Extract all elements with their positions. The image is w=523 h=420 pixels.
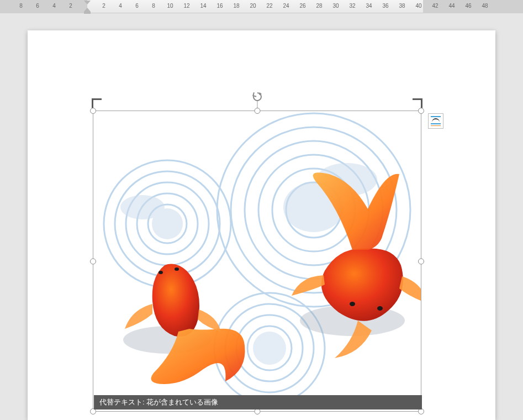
ruler-tick: 28	[316, 3, 322, 9]
ruler-tick: 8	[19, 3, 23, 9]
ruler-tick: 30	[332, 3, 339, 9]
ruler-tick: 16	[216, 3, 223, 9]
ruler-tick: 4	[119, 3, 122, 9]
ruler-tick: 32	[349, 3, 355, 9]
ruler-tick: 6	[135, 3, 139, 9]
ruler-tick: 2	[102, 3, 105, 9]
ruler-tick: 48	[482, 3, 488, 9]
ruler-tick: 10	[167, 3, 173, 9]
ruler-tick: 36	[382, 3, 388, 9]
ruler-tick: 12	[183, 3, 189, 9]
resize-handle-n[interactable]	[254, 108, 260, 114]
ruler-tick: 18	[233, 3, 239, 9]
crop-mark-top-right	[413, 98, 422, 108]
layout-options-button[interactable]	[428, 113, 443, 129]
ruler-tick: 8	[152, 3, 155, 9]
ruler-tick: 2	[69, 3, 72, 9]
ruler-tick: 44	[448, 3, 455, 9]
resize-handle-e[interactable]	[418, 258, 424, 264]
rotate-icon	[252, 91, 263, 102]
horizontal-ruler[interactable]: 8642246810121416182022242628303234363840…	[0, 0, 523, 13]
ruler-tick: 4	[52, 3, 56, 9]
ruler-tick: 24	[283, 3, 289, 9]
resize-handle-nw[interactable]	[90, 108, 96, 114]
ruler-tick: 46	[465, 3, 471, 9]
alt-text-bar[interactable]: 代替テキスト: 花が含まれている画像	[94, 395, 422, 410]
ruler-tick: 6	[36, 3, 39, 9]
crop-mark-top-left	[92, 98, 102, 108]
ruler-tick: 14	[200, 3, 206, 9]
hanging-indent-marker[interactable]	[84, 8, 91, 12]
ruler-tick: 22	[266, 3, 272, 9]
ruler-tick: 26	[299, 3, 305, 9]
ruler-tick: 38	[399, 3, 405, 9]
ruler-left-margin	[0, 0, 87, 13]
first-line-indent-marker[interactable]	[84, 1, 91, 4]
ruler-tick: 40	[415, 3, 421, 9]
alt-text-label: 代替テキスト: 花が含まれている画像	[99, 397, 218, 407]
ruler-tick: 20	[250, 3, 256, 9]
ruler-tick: 42	[432, 3, 438, 9]
resize-handle-ne[interactable]	[418, 108, 424, 114]
rotation-handle[interactable]	[252, 91, 263, 104]
image-selection-frame[interactable]	[93, 111, 421, 412]
layout-options-icon	[431, 116, 441, 117]
left-indent-marker[interactable]	[84, 12, 91, 14]
ruler-tick: 34	[366, 3, 372, 9]
resize-handle-w[interactable]	[90, 258, 96, 264]
